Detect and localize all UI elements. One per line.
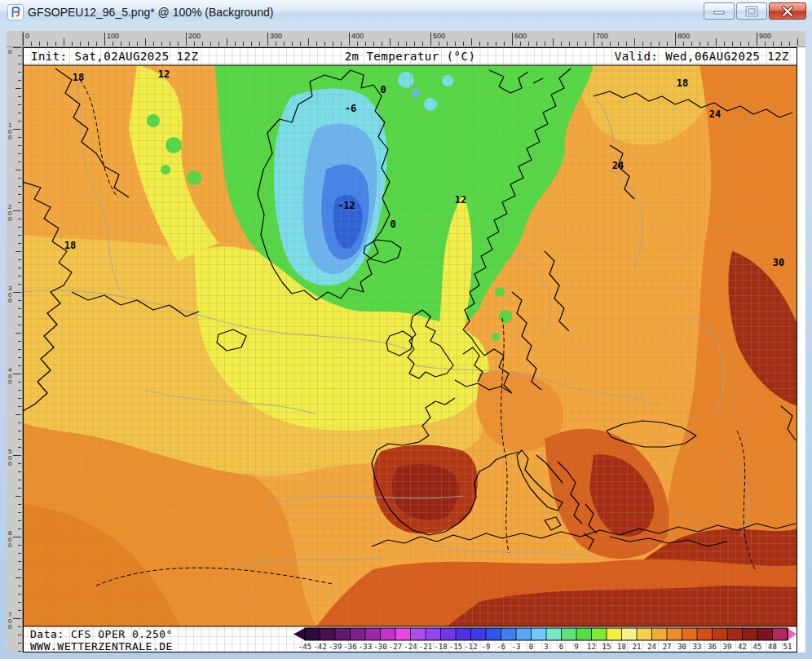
svg-text:-6: -6 [496,643,505,651]
svg-text:27: 27 [663,643,672,651]
document-client-area: 0100200300400500600700800900 01002003004… [7,31,805,652]
svg-text:6: 6 [559,643,563,651]
svg-text:-12: -12 [464,643,477,651]
svg-text:-42: -42 [313,643,326,651]
horizontal-ruler: 0100200300400500600700800900 [23,31,805,47]
svg-text:-18: -18 [434,643,447,651]
temperature-map [23,47,797,652]
svg-text:-24: -24 [404,643,417,651]
svg-text:-3: -3 [512,643,521,651]
svg-text:39: 39 [723,643,732,651]
svg-text:-33: -33 [359,643,372,651]
svg-text:400: 400 [8,366,12,386]
svg-text:42: 42 [738,643,747,651]
svg-text:-45: -45 [298,643,311,651]
svg-text:200: 200 [8,203,12,223]
init-time-label: Init: Sat,02AUG2025 12Z [31,50,198,63]
contour-label: 18 [677,77,688,89]
svg-text:600: 600 [8,529,12,549]
svg-text:0: 0 [529,643,533,651]
contour-label: 12 [158,69,170,80]
contour-label: 0 [380,84,386,95]
svg-text:100: 100 [107,32,119,40]
svg-text:300: 300 [270,32,282,40]
contour-label: 24 [612,160,624,171]
svg-text:0: 0 [25,32,29,40]
close-button[interactable] [769,2,806,20]
temperature-colorbar: -45-42-39-36-33-30-27-24-21-18-15-12-9-6… [292,627,797,652]
map-header: Init: Sat,02AUG2025 12Z 2m Temperatur (°… [23,47,797,65]
svg-text:15: 15 [602,643,611,651]
svg-text:-39: -39 [329,643,342,651]
svg-text:3: 3 [544,643,548,651]
svg-text:200: 200 [188,32,201,40]
ruler-corner-box [7,31,23,47]
svg-text:51: 51 [783,643,792,651]
window-title: GFSOPEU12_96_5.png* @ 100% (Background) [28,6,273,19]
svg-text:100: 100 [8,122,12,141]
maximize-button[interactable] [736,2,767,20]
svg-text:500: 500 [433,32,445,40]
image-canvas[interactable]: Init: Sat,02AUG2025 12Z 2m Temperatur (°… [23,47,797,652]
svg-text:36: 36 [708,643,717,651]
svg-text:30: 30 [677,643,686,651]
svg-text:18: 18 [617,643,626,651]
svg-text:900: 900 [759,32,771,40]
svg-text:33: 33 [693,643,702,651]
svg-text:21: 21 [633,643,642,651]
svg-text:-27: -27 [389,643,402,651]
svg-text:-30: -30 [373,643,386,651]
svg-text:24: 24 [647,643,656,651]
editor-window: GFSOPEU12_96_5.png* @ 100% (Background) … [0,0,812,659]
vertical-ruler: 0100200300400500600700 [7,47,23,652]
svg-text:500: 500 [8,448,12,467]
title-bar[interactable]: GFSOPEU12_96_5.png* @ 100% (Background) [0,0,812,24]
svg-text:-15: -15 [449,643,462,651]
window-controls [704,2,806,20]
svg-text:-21: -21 [419,643,432,651]
svg-text:600: 600 [514,32,527,40]
contour-label: 30 [773,257,784,268]
minimize-icon [713,7,726,16]
svg-text:12: 12 [587,643,596,651]
svg-text:0: 0 [8,48,12,55]
valid-time-label: Valid: Wed,06AUG2025 12Z [615,50,789,63]
svg-text:300: 300 [8,285,12,304]
svg-text:45: 45 [753,643,762,651]
maximize-icon [745,6,758,17]
svg-text:800: 800 [677,32,690,40]
contour-label: 12 [455,194,466,206]
svg-text:9: 9 [574,643,578,651]
svg-text:-9: -9 [482,643,491,651]
svg-text:700: 700 [8,611,12,630]
svg-text:700: 700 [596,32,608,40]
app-icon [7,4,24,20]
close-icon [781,6,794,17]
svg-text:400: 400 [351,32,364,40]
website-label: WWW.WETTERZENTRALE.DE [30,640,173,652]
map-title: 2m Temperatur (°C) [345,50,476,63]
data-source-label: Data: CFS OPER 0.250° [30,628,173,640]
contour-label: 0 [390,219,395,230]
svg-text:48: 48 [768,643,777,651]
contour-label: -6 [345,103,356,114]
contour-label: 18 [64,240,76,251]
contour-label: 24 [709,108,721,120]
svg-text:-36: -36 [343,643,356,651]
minimize-button[interactable] [704,2,735,20]
contour-label: 18 [73,72,84,83]
contour-label: -12 [338,200,355,211]
